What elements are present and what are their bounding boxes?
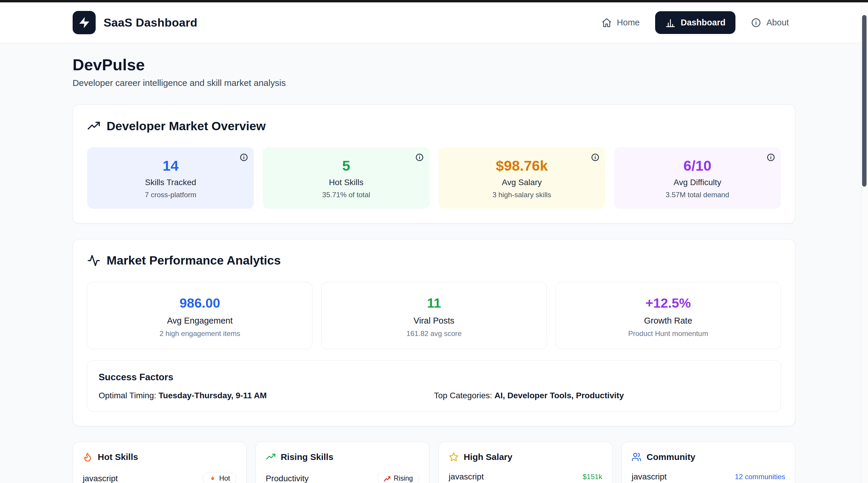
metric-value: +12.5%: [567, 296, 769, 311]
browser-top-edge: [0, 0, 868, 2]
nav-item-about[interactable]: About: [744, 12, 795, 33]
skill-name: javascript: [631, 472, 666, 482]
nav-item-home[interactable]: Home: [595, 12, 646, 33]
zap-icon: [78, 16, 91, 29]
stat-value: 5: [272, 157, 421, 174]
brand: SaaS Dashboard: [73, 11, 197, 34]
market-overview-card: Developer Market Overview 14 Skills Trac…: [73, 104, 796, 223]
stat-sub: 3.57M total demand: [623, 191, 772, 199]
nav-item-dashboard[interactable]: Dashboard: [655, 11, 736, 34]
stat-tile-hot-skills: 5 Hot Skills 35.71% of total: [263, 147, 430, 209]
success-factors-title: Success Factors: [99, 372, 769, 383]
info-icon: [751, 18, 762, 28]
rising-badge: Rising: [377, 472, 419, 483]
skill-cards-row: Hot Skills javascript Hot python Hot: [73, 442, 796, 483]
info-icon[interactable]: [591, 153, 600, 162]
page-subtitle: Developer career intelligence and skill …: [73, 78, 796, 88]
trending-up-icon: [87, 120, 100, 133]
info-icon[interactable]: [240, 153, 248, 162]
skill-row: javascript 12 communities: [631, 472, 785, 482]
top-navbar: SaaS Dashboard Home Dashboard About: [0, 2, 868, 43]
brand-name: SaaS Dashboard: [104, 16, 197, 29]
community-title: Community: [647, 452, 695, 462]
skill-row: javascript $151k: [449, 472, 602, 482]
market-overview-title: Developer Market Overview: [106, 119, 266, 133]
hot-skills-card: Hot Skills javascript Hot python Hot: [73, 442, 247, 483]
stat-tile-skills-tracked: 14 Skills Tracked 7 cross-platform: [87, 147, 254, 209]
home-icon: [601, 18, 612, 28]
info-icon[interactable]: [767, 153, 775, 162]
communities-link[interactable]: 12 communities: [735, 473, 785, 481]
stat-label: Avg Difficulty: [623, 178, 772, 187]
high-salary-title: High Salary: [464, 452, 512, 462]
metric-label: Viral Posts: [333, 316, 535, 326]
skill-name: javascript: [449, 472, 484, 482]
bar-chart-icon: [665, 18, 676, 28]
metric-label: Avg Engagement: [99, 316, 301, 326]
hot-badge: Hot: [203, 472, 236, 483]
high-salary-card: High Salary javascript $151k python $137…: [438, 442, 613, 483]
stat-sub: 3 high-salary skills: [447, 191, 596, 199]
metric-label: Growth Rate: [567, 316, 769, 326]
optimal-timing: Optimal Timing: Tuesday-Thursday, 9-11 A…: [99, 391, 434, 400]
hot-skills-title: Hot Skills: [98, 452, 138, 462]
chart-up-icon: [384, 475, 391, 482]
performance-title: Market Performance Analytics: [106, 253, 281, 268]
stat-sub: 35.71% of total: [272, 191, 421, 199]
stat-value: 14: [96, 157, 245, 174]
salary-value: $151k: [583, 473, 602, 481]
community-card: Community javascript 12 communities pyth…: [621, 442, 796, 483]
stat-value: 6/10: [623, 157, 772, 174]
page-title: DevPulse: [73, 56, 796, 74]
metric-growth-rate: +12.5% Growth Rate Product Hunt momentum: [556, 282, 781, 349]
users-icon: [631, 452, 642, 462]
success-factors-box: Success Factors Optimal Timing: Tuesday-…: [87, 360, 781, 412]
metric-value: 986.00: [99, 296, 301, 311]
performance-card: Market Performance Analytics 986.00 Avg …: [73, 239, 796, 426]
stat-value: $98.76k: [447, 157, 596, 174]
skill-row: javascript Hot: [83, 472, 236, 483]
main-nav: Home Dashboard About: [595, 11, 795, 34]
metric-avg-engagement: 986.00 Avg Engagement 2 high engagement …: [87, 282, 312, 349]
flame-icon: [209, 475, 216, 482]
trending-up-icon: [266, 452, 276, 462]
metric-value: 11: [333, 296, 535, 311]
app-logo: [73, 11, 96, 34]
metric-sub: Product Hunt momentum: [567, 330, 769, 338]
metric-sub: 2 high engagement items: [99, 330, 301, 338]
metric-viral-posts: 11 Viral Posts 161.82 avg score: [321, 282, 547, 349]
skill-row: Productivity Rising: [266, 472, 419, 483]
stat-label: Avg Salary: [447, 178, 596, 187]
rising-skills-card: Rising Skills Productivity Rising Artifi…: [255, 442, 430, 483]
stat-tile-avg-salary: $98.76k Avg Salary 3 high-salary skills: [438, 147, 605, 209]
metric-sub: 161.82 avg score: [333, 330, 535, 338]
metric-grid: 986.00 Avg Engagement 2 high engagement …: [87, 282, 781, 349]
flame-icon: [83, 452, 93, 462]
scrollbar-thumb[interactable]: [862, 15, 867, 187]
stat-label: Skills Tracked: [96, 178, 245, 187]
rising-skills-title: Rising Skills: [281, 452, 333, 462]
info-icon[interactable]: [415, 153, 424, 162]
star-icon: [449, 452, 459, 462]
stat-tile-avg-difficulty: 6/10 Avg Difficulty 3.57M total demand: [614, 147, 781, 209]
top-categories: Top Categories: AI, Developer Tools, Pro…: [434, 391, 769, 400]
skill-name: javascript: [83, 474, 118, 483]
activity-icon: [87, 254, 100, 267]
skill-name: Productivity: [266, 474, 309, 483]
overview-stat-grid: 14 Skills Tracked 7 cross-platform 5 Hot…: [87, 147, 781, 209]
stat-label: Hot Skills: [272, 178, 421, 187]
stat-sub: 7 cross-platform: [96, 191, 245, 199]
main-content: DevPulse Developer career intelligence a…: [73, 43, 796, 483]
